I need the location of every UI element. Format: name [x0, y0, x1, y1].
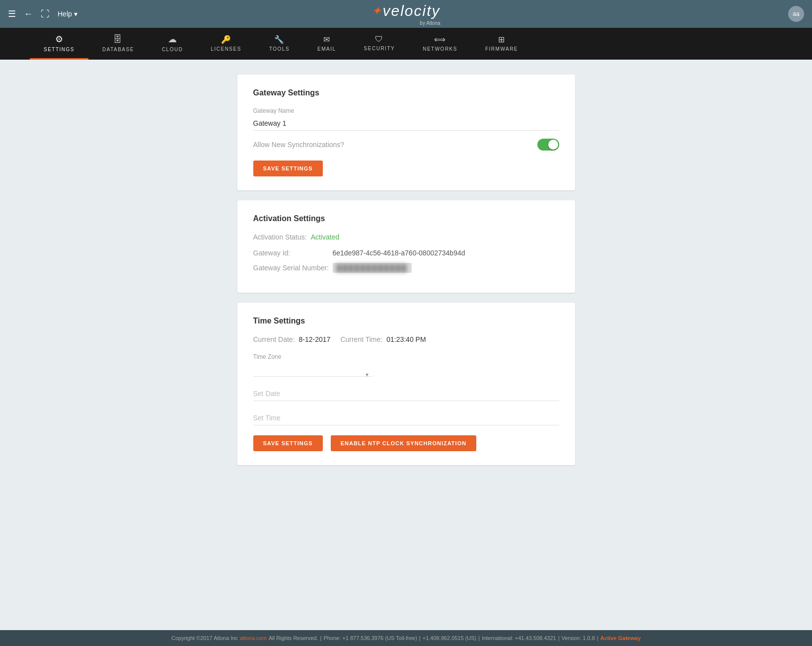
- footer: Copyright ©2017 Atlona Inc atlona.com Al…: [0, 630, 812, 646]
- nav-item-email[interactable]: ✉ EMAIL: [303, 28, 350, 60]
- database-icon: 🗄: [113, 34, 123, 45]
- activation-settings-card: Activation Settings Activation Status: A…: [237, 200, 575, 293]
- nav-item-tools[interactable]: 🔧 TOOLS: [255, 28, 303, 60]
- key-icon: 🔑: [221, 35, 231, 44]
- security-icon: 🛡: [375, 35, 383, 44]
- nav-label-firmware: FIRMWARE: [485, 46, 518, 52]
- time-button-row: SAVE SETTINGS ENABLE NTP CLOCK SYNCHRONI…: [253, 435, 559, 451]
- header: ☰ ← ⛶ Help ▾ ✦velocity by Atlona aa: [0, 0, 812, 28]
- nav-label-settings: SETTINGS: [44, 47, 74, 52]
- toggle-track[interactable]: [537, 139, 559, 151]
- activation-settings-title: Activation Settings: [253, 214, 559, 223]
- cloud-icon: ☁: [168, 34, 177, 45]
- nav-item-licenses[interactable]: 🔑 LICENSES: [197, 28, 255, 60]
- gateway-name-value: Gateway 1: [253, 116, 559, 131]
- gateway-name-label: Gateway Name: [253, 107, 559, 114]
- footer-link[interactable]: atlona.com: [240, 635, 267, 641]
- gateway-save-button[interactable]: SAVE SETTINGS: [253, 161, 323, 176]
- nav-label-email: EMAIL: [317, 46, 336, 52]
- gateway-settings-title: Gateway Settings: [253, 88, 559, 97]
- user-avatar[interactable]: aa: [788, 6, 804, 22]
- firmware-icon: ⊞: [498, 35, 505, 44]
- activation-status-value: Activated: [311, 233, 340, 241]
- gateway-id-row: Gateway Id: 6e1de987-4c56-4618-a760-0800…: [253, 249, 559, 257]
- date-label: Current Date:: [253, 335, 295, 343]
- gateway-id-label: Gateway Id:: [253, 249, 333, 257]
- ntp-button[interactable]: ENABLE NTP CLOCK SYNCHRONIZATION: [331, 435, 476, 451]
- sync-toggle[interactable]: [537, 139, 559, 151]
- toggle-thumb: [548, 140, 558, 150]
- time-value: 01:23:40 PM: [386, 335, 426, 343]
- nav-label-networks: NETWORKS: [423, 46, 457, 52]
- active-gateway-label: Active Gateway: [600, 635, 641, 641]
- header-left: ☰ ← ⛶ Help ▾: [8, 8, 77, 19]
- time-settings-card: Time Settings Current Date: 8-12-2017 Cu…: [237, 303, 575, 465]
- email-icon: ✉: [323, 35, 330, 44]
- chevron-down-icon: ▾: [74, 10, 77, 18]
- help-button[interactable]: Help ▾: [58, 10, 77, 18]
- time-label: Current Time:: [340, 335, 382, 343]
- expand-icon[interactable]: ⛶: [41, 9, 50, 19]
- logo: ✦velocity by Atlona: [371, 2, 440, 26]
- footer-separator4: |: [558, 635, 560, 641]
- gateway-serial-value: ████████████: [333, 263, 412, 273]
- networks-icon: ⟺: [434, 35, 446, 44]
- footer-separator2: |: [419, 635, 421, 641]
- set-time-input[interactable]: [253, 411, 559, 425]
- nav-label-licenses: LICENSES: [211, 46, 241, 52]
- footer-separator3: |: [478, 635, 480, 641]
- timezone-select[interactable]: [253, 362, 372, 377]
- nav-item-security[interactable]: 🛡 SECURITY: [350, 28, 409, 60]
- footer-separator: |: [320, 635, 322, 641]
- nav-item-database[interactable]: 🗄 DATABASE: [88, 28, 148, 60]
- footer-separator5: |: [597, 635, 598, 641]
- activation-status-row: Activation Status: Activated: [253, 233, 559, 241]
- settings-icon: ⚙: [55, 34, 64, 45]
- set-date-input[interactable]: [253, 387, 559, 401]
- back-icon[interactable]: ←: [24, 9, 33, 19]
- nav-item-networks[interactable]: ⟺ NETWORKS: [409, 28, 471, 60]
- time-settings-title: Time Settings: [253, 317, 559, 325]
- hamburger-icon[interactable]: ☰: [8, 8, 16, 19]
- nav-item-firmware[interactable]: ⊞ FIRMWARE: [471, 28, 532, 60]
- logo-area: ✦velocity by Atlona: [371, 2, 440, 26]
- gateway-serial-row: Gateway Serial Number: ████████████: [253, 263, 559, 273]
- gateway-serial-label: Gateway Serial Number:: [253, 264, 333, 272]
- timezone-wrapper: ▾: [253, 362, 372, 387]
- activation-status-label: Activation Status:: [253, 233, 307, 241]
- nav-label-tools: TOOLS: [269, 46, 290, 52]
- nav-item-cloud[interactable]: ☁ CLOUD: [148, 28, 197, 60]
- time-save-button[interactable]: SAVE SETTINGS: [253, 435, 323, 451]
- nav-label-cloud: CLOUD: [162, 47, 183, 52]
- nav-label-database: DATABASE: [102, 47, 134, 52]
- gateway-settings-card: Gateway Settings Gateway Name Gateway 1 …: [237, 75, 575, 190]
- time-info-row: Current Date: 8-12-2017 Current Time: 01…: [253, 335, 559, 343]
- sync-label: Allow New Synchronizations?: [253, 141, 345, 149]
- timezone-label: Time Zone: [253, 353, 559, 360]
- tools-icon: 🔧: [274, 35, 285, 44]
- main-content: Gateway Settings Gateway Name Gateway 1 …: [0, 60, 812, 630]
- navbar: ⚙ SETTINGS 🗄 DATABASE ☁ CLOUD 🔑 LICENSES…: [0, 28, 812, 60]
- nav-item-settings[interactable]: ⚙ SETTINGS: [30, 28, 88, 60]
- gateway-id-value: 6e1de987-4c56-4618-a760-08002734b94d: [333, 249, 465, 257]
- sync-row: Allow New Synchronizations?: [253, 139, 559, 151]
- date-value: 8-12-2017: [299, 335, 331, 343]
- nav-label-security: SECURITY: [364, 46, 395, 51]
